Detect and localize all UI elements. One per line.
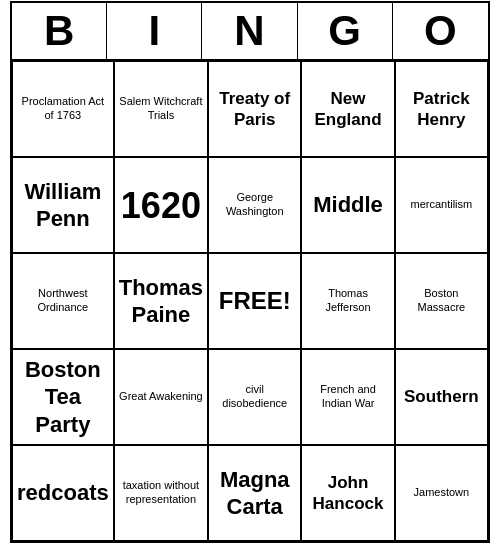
bingo-cell-4: Patrick Henry — [395, 61, 488, 157]
bingo-cell-5: William Penn — [12, 157, 114, 253]
bingo-card: BINGO Proclamation Act of 1763Salem Witc… — [10, 1, 490, 543]
bingo-cell-19: Southern — [395, 349, 488, 445]
bingo-cell-8: Middle — [301, 157, 394, 253]
bingo-cell-16: Great Awakening — [114, 349, 208, 445]
bingo-cell-2: Treaty of Paris — [208, 61, 301, 157]
header-letter-g: G — [298, 3, 393, 59]
bingo-cell-21: taxation without representation — [114, 445, 208, 541]
bingo-grid: Proclamation Act of 1763Salem Witchcraft… — [12, 61, 488, 541]
bingo-cell-3: New England — [301, 61, 394, 157]
bingo-cell-9: mercantilism — [395, 157, 488, 253]
bingo-cell-15: Boston Tea Party — [12, 349, 114, 445]
bingo-cell-20: redcoats — [12, 445, 114, 541]
bingo-cell-12: FREE! — [208, 253, 301, 349]
bingo-cell-10: Northwest Ordinance — [12, 253, 114, 349]
bingo-cell-17: civil disobedience — [208, 349, 301, 445]
bingo-cell-6: 1620 — [114, 157, 208, 253]
bingo-cell-7: George Washington — [208, 157, 301, 253]
bingo-cell-11: Thomas Paine — [114, 253, 208, 349]
bingo-cell-13: Thomas Jefferson — [301, 253, 394, 349]
header-letter-n: N — [202, 3, 297, 59]
bingo-cell-0: Proclamation Act of 1763 — [12, 61, 114, 157]
bingo-cell-22: Magna Carta — [208, 445, 301, 541]
header-letter-b: B — [12, 3, 107, 59]
bingo-cell-23: John Hancock — [301, 445, 394, 541]
bingo-cell-1: Salem Witchcraft Trials — [114, 61, 208, 157]
bingo-cell-24: Jamestown — [395, 445, 488, 541]
header-letter-i: I — [107, 3, 202, 59]
header-letter-o: O — [393, 3, 488, 59]
bingo-header: BINGO — [12, 3, 488, 61]
bingo-cell-18: French and Indian War — [301, 349, 394, 445]
bingo-cell-14: Boston Massacre — [395, 253, 488, 349]
